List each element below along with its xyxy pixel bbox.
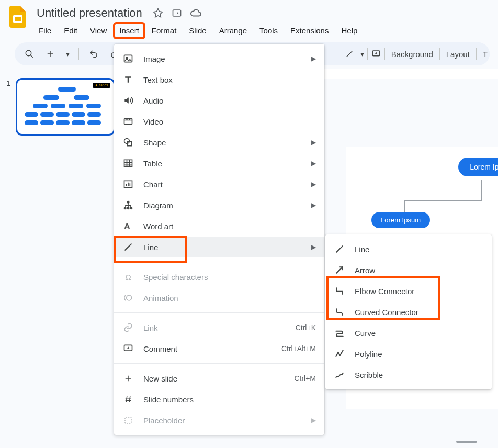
new-slide-plus-icon[interactable] [42, 46, 59, 62]
search-menus-icon[interactable] [21, 46, 38, 62]
layout-button[interactable]: Layout [440, 50, 476, 59]
svg-point-17 [127, 295, 132, 300]
menu-help[interactable]: Help [336, 23, 363, 38]
curve-icon [334, 328, 345, 338]
audio-icon [122, 95, 134, 106]
svg-text:A: A [124, 221, 130, 230]
thumb-badge: ★ slides [93, 83, 110, 88]
insert-animation: Animation [114, 287, 324, 308]
theme-button[interactable]: T [477, 50, 490, 59]
insert-audio[interactable]: Audio [114, 90, 324, 111]
line-curve[interactable]: Curve [325, 322, 492, 343]
node-mid[interactable]: Lorem Ipsum [371, 212, 430, 228]
slide-thumbnail-1[interactable]: ★ slides [16, 78, 115, 136]
line-elbow-connector[interactable]: Elbow Connector [325, 281, 492, 301]
insert-table[interactable]: Table ▶ [114, 153, 324, 174]
menu-tools[interactable]: Tools [254, 23, 283, 38]
submenu-arrow-icon: ▶ [311, 55, 316, 62]
insert-slide-numbers[interactable]: Slide numbers [114, 389, 324, 410]
insert-menu-dropdown: Image ▶ Text box Audio Video Shape ▶ Tab… [114, 44, 324, 435]
curved-connector-icon [334, 307, 345, 317]
insert-link: Link Ctrl+K [114, 317, 324, 338]
svg-point-15 [130, 207, 132, 209]
line-submenu: Line Arrow Elbow Connector Curved Connec… [325, 234, 492, 389]
toolbar-divider [78, 48, 79, 60]
slide-panel: 1 ★ slides [0, 69, 131, 448]
comment-icon [122, 343, 134, 354]
insert-text-box[interactable]: Text box [114, 69, 324, 90]
arrow-icon [334, 265, 345, 275]
svg-point-12 [127, 201, 129, 203]
line-curved-connector[interactable]: Curved Connector [325, 301, 492, 322]
new-slide-dropdown-icon[interactable]: ▾ [63, 46, 72, 62]
star-icon[interactable] [152, 7, 164, 19]
menu-view[interactable]: View [85, 23, 112, 38]
table-icon [122, 158, 134, 169]
thumb-number: 1 [6, 78, 10, 87]
svg-point-14 [127, 207, 129, 209]
menu-format[interactable]: Format [146, 23, 182, 38]
submenu-arrow-icon: ▶ [311, 181, 316, 188]
image-icon [122, 53, 134, 64]
submenu-arrow-icon: ▶ [311, 243, 316, 251]
page-indicator [456, 441, 477, 443]
line-polyline[interactable]: Polyline [325, 343, 492, 364]
menubar: File Edit View Insert Format Slide Arran… [33, 22, 490, 42]
insert-comment[interactable]: Comment Ctrl+Alt+M [114, 338, 324, 359]
insert-chart[interactable]: Chart ▶ [114, 174, 324, 195]
line-icon [334, 244, 345, 254]
line-line[interactable]: Line [325, 239, 492, 260]
svg-rect-10 [124, 160, 132, 166]
insert-placeholder: Placeholder ▶ [114, 410, 324, 431]
omega-icon: Ω [122, 273, 134, 282]
insert-shape[interactable]: Shape ▶ [114, 132, 324, 153]
insert-word-art[interactable]: A Word art [114, 216, 324, 237]
shape-icon [122, 137, 134, 148]
line-scribble[interactable]: Scribble [325, 364, 492, 385]
doc-title[interactable]: Untitled presentation [33, 5, 145, 21]
menu-file[interactable]: File [33, 23, 56, 38]
insert-image[interactable]: Image ▶ [114, 48, 324, 69]
insert-video[interactable]: Video [114, 111, 324, 132]
animation-icon [122, 293, 134, 303]
textbox-icon [122, 74, 134, 85]
svg-point-3 [26, 50, 31, 56]
background-button[interactable]: Background [385, 50, 439, 59]
scribble-icon [334, 369, 345, 380]
plus-icon [122, 374, 134, 383]
chart-icon [122, 179, 134, 189]
menu-arrange[interactable]: Arrange [214, 23, 252, 38]
submenu-arrow-icon: ▶ [311, 139, 316, 146]
menu-edit[interactable]: Edit [59, 23, 83, 38]
placeholder-icon [122, 416, 134, 425]
line-icon [122, 242, 134, 252]
insert-special-characters: Ω Special characters [114, 266, 324, 287]
elbow-connector-icon [334, 286, 345, 296]
link-icon [122, 322, 134, 333]
menu-slide[interactable]: Slide [184, 23, 211, 38]
menu-extensions[interactable]: Extensions [285, 23, 334, 38]
slides-logo-icon[interactable] [8, 4, 27, 29]
insert-diagram[interactable]: Diagram ▶ [114, 195, 324, 216]
submenu-arrow-icon: ▶ [311, 201, 316, 209]
submenu-arrow-icon: ▶ [311, 417, 316, 424]
insert-line[interactable]: Line ▶ [114, 237, 324, 257]
hash-icon [122, 395, 134, 404]
submenu-arrow-icon: ▶ [311, 160, 316, 167]
cloud-status-icon[interactable] [189, 7, 202, 19]
move-icon[interactable] [171, 7, 183, 19]
diagram-icon [122, 200, 134, 210]
video-icon [122, 116, 134, 127]
line-arrow[interactable]: Arrow [325, 260, 492, 281]
add-comment-icon[interactable] [368, 46, 384, 62]
insert-new-slide[interactable]: New slide Ctrl+M [114, 368, 324, 389]
undo-icon[interactable] [85, 46, 102, 62]
menu-insert[interactable]: Insert [114, 23, 144, 38]
svg-rect-1 [15, 17, 21, 21]
node-top[interactable]: Lorem Ipsum [458, 158, 498, 176]
line-tool-icon[interactable] [341, 46, 358, 62]
line-tool-dropdown-icon[interactable]: ▾ [358, 46, 367, 62]
wordart-icon: A [122, 221, 134, 231]
polyline-icon [334, 349, 345, 359]
svg-rect-19 [125, 417, 131, 423]
